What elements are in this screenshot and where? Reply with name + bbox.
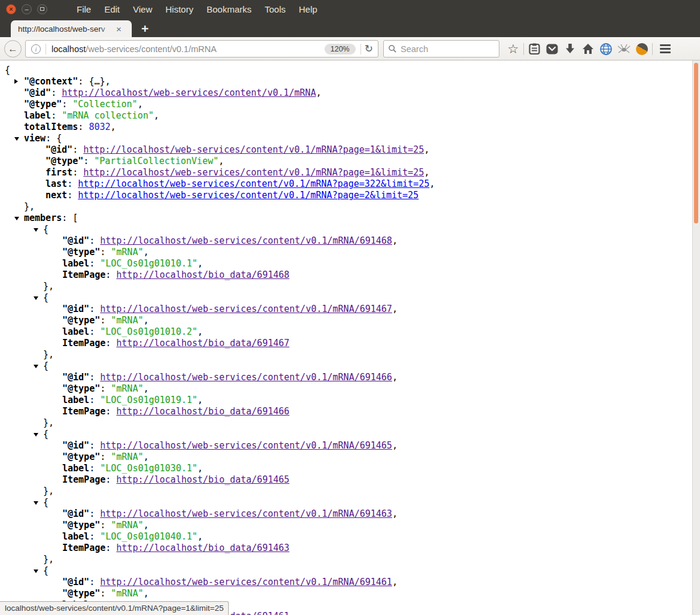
json-open-brace: { <box>43 497 49 508</box>
json-link[interactable]: http://localhost/web-services/content/v0… <box>78 178 429 189</box>
json-key: "@id" <box>24 87 51 98</box>
json-link[interactable]: http://localhost/web-services/content/v0… <box>83 144 424 155</box>
json-link[interactable]: http://localhost/bio_data/691466 <box>116 406 289 417</box>
json-line: { <box>0 65 700 76</box>
json-number-value: 8032 <box>89 122 110 132</box>
json-link[interactable]: http://localhost/web-services/content/v0… <box>83 167 424 178</box>
json-string-value: "mRNA" <box>111 315 143 326</box>
collapse-toggle-icon[interactable] <box>34 433 38 437</box>
collapse-toggle-icon[interactable] <box>14 137 19 141</box>
json-colon: : <box>51 110 62 121</box>
json-comma: , <box>424 144 429 155</box>
menu-help[interactable]: Help <box>292 4 324 14</box>
json-open-bracket: : [ <box>62 213 78 223</box>
url-text[interactable]: localhost/web-services/content/v0.1/mRNA <box>51 44 325 54</box>
reload-icon[interactable]: ↻ <box>365 43 373 55</box>
browser-tab[interactable]: http://localhost/web-serv × <box>11 20 132 37</box>
extension-globe-button[interactable] <box>597 40 615 57</box>
json-colon: : <box>100 520 111 531</box>
collapse-toggle-icon[interactable] <box>34 296 38 300</box>
search-input[interactable]: Search <box>383 40 499 57</box>
json-line: label: "mRNA collection", <box>0 110 700 122</box>
json-viewer: {"@context": {…},"@id": http://localhost… <box>0 60 700 615</box>
url-bar[interactable]: i localhost/web-services/content/v0.1/mR… <box>25 40 378 57</box>
json-link[interactable]: http://localhost/web-services/content/v0… <box>100 235 392 246</box>
json-link[interactable]: http://localhost/bio_data/691467 <box>116 338 289 349</box>
new-tab-button[interactable]: + <box>141 23 149 35</box>
json-link[interactable]: http://localhost/bio_data/691468 <box>116 269 289 280</box>
json-link[interactable]: http://localhost/web-services/content/v0… <box>62 87 316 98</box>
json-close-brace: }, <box>43 554 54 565</box>
json-key: "@type" <box>24 99 62 110</box>
json-line: "@id": http://localhost/web-services/con… <box>0 372 700 383</box>
json-comma: , <box>392 577 398 587</box>
json-colon: : <box>51 87 62 98</box>
json-link[interactable]: http://localhost/bio_data/691463 <box>116 543 289 553</box>
zoom-level-badge[interactable]: 120% <box>325 44 356 54</box>
json-link[interactable]: http://localhost/web-services/content/v0… <box>100 372 392 383</box>
tab-title-fade <box>99 25 113 34</box>
page-info-icon[interactable]: i <box>31 44 41 54</box>
bookmarks-menu-button[interactable] <box>525 40 543 57</box>
collapse-toggle-icon[interactable] <box>14 217 19 220</box>
menu-edit[interactable]: Edit <box>98 4 126 14</box>
menu-file[interactable]: File <box>70 4 98 14</box>
json-line: last: http://localhost/web-services/cont… <box>0 178 700 190</box>
json-key: members <box>24 213 62 223</box>
json-comma: , <box>143 588 149 599</box>
json-comma: , <box>219 156 224 166</box>
menu-tools[interactable]: Tools <box>258 4 292 14</box>
json-line: { <box>0 292 700 304</box>
menu-view[interactable]: View <box>126 4 159 14</box>
bookmark-star-button[interactable]: ☆ <box>504 40 522 57</box>
collapse-toggle-icon[interactable] <box>34 501 38 505</box>
window-minimize-icon[interactable]: – <box>22 4 32 14</box>
json-link[interactable]: http://localhost/web-services/content/v0… <box>100 577 392 587</box>
json-key: label <box>62 395 89 405</box>
json-close-brace: }, <box>43 417 54 428</box>
collapse-toggle-icon[interactable] <box>34 569 38 573</box>
json-line: members: [ <box>0 213 700 224</box>
json-line: "@type": "mRNA", <box>0 247 700 258</box>
json-comma: , <box>143 247 149 257</box>
pocket-button[interactable] <box>543 40 561 57</box>
menu-button[interactable] <box>654 40 677 57</box>
json-link[interactable]: http://localhost/web-services/content/v0… <box>100 440 392 451</box>
window-maximize-icon[interactable] <box>37 4 47 14</box>
json-line: ItemPage: http://localhost/bio_data/6914… <box>0 338 700 349</box>
json-comma: , <box>429 178 435 189</box>
menu-history[interactable]: History <box>159 4 200 14</box>
json-link[interactable]: http://localhost/bio_data/691465 <box>116 474 289 485</box>
scrollbar-thumb[interactable] <box>694 63 698 223</box>
star-icon: ☆ <box>508 43 519 55</box>
json-key: last <box>46 178 67 189</box>
url-path: /web-services/content/v0.1/mRNA <box>86 44 216 54</box>
collapse-toggle-icon[interactable] <box>34 228 38 232</box>
json-line: "@type": "mRNA", <box>0 588 700 599</box>
tab-close-icon[interactable]: × <box>116 25 122 34</box>
json-colon: : <box>105 543 116 553</box>
extension-spider-button[interactable] <box>615 40 633 57</box>
home-button[interactable] <box>579 40 597 57</box>
json-line: { <box>0 429 700 440</box>
json-line: "@type": "mRNA", <box>0 520 700 531</box>
urlbar-divider <box>46 44 46 54</box>
json-link[interactable]: http://localhost/web-services/content/v0… <box>100 304 392 314</box>
scrollbar-track[interactable] <box>692 60 700 615</box>
json-key: "@type" <box>62 383 100 394</box>
menu-bookmarks[interactable]: Bookmarks <box>200 4 258 14</box>
expand-toggle-icon[interactable] <box>14 79 18 84</box>
json-link[interactable]: http://localhost/web-services/content/v0… <box>78 190 419 201</box>
json-line: }, <box>0 486 700 497</box>
back-button[interactable]: ← <box>4 40 22 57</box>
json-line: }, <box>0 554 700 565</box>
window-close-icon[interactable]: × <box>6 4 16 14</box>
extension-lightbeam-button[interactable] <box>633 40 651 57</box>
json-line: "@id": http://localhost/web-services/con… <box>0 87 700 99</box>
json-comma: , <box>198 395 203 405</box>
json-open-brace: { <box>43 565 49 576</box>
downloads-button[interactable] <box>561 40 579 57</box>
json-link[interactable]: http://localhost/web-services/content/v0… <box>100 508 392 519</box>
json-colon: : <box>62 99 72 110</box>
collapse-toggle-icon[interactable] <box>34 365 38 368</box>
